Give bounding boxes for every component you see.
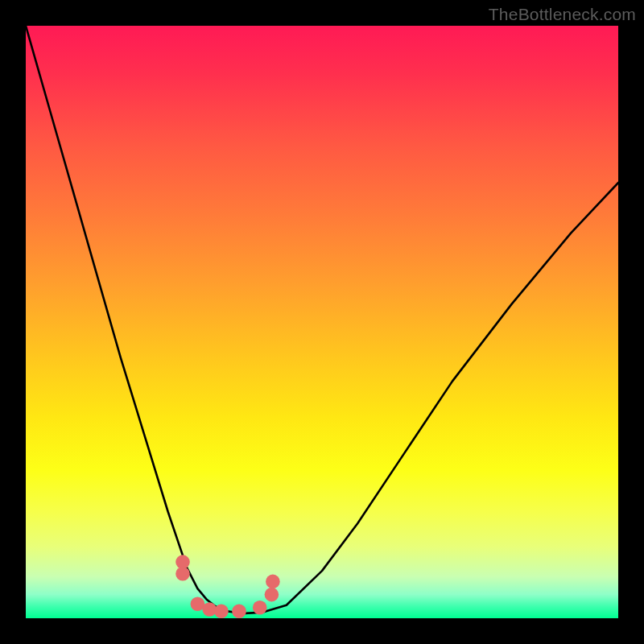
highlight-dot xyxy=(175,567,190,581)
highlight-dot xyxy=(266,575,280,589)
watermark-text: TheBottleneck.com xyxy=(489,5,636,24)
highlight-dot xyxy=(214,604,229,618)
highlight-dot xyxy=(202,602,217,617)
chart-frame: TheBottleneck.com xyxy=(0,0,644,644)
main-curve xyxy=(26,26,618,613)
plot-area xyxy=(26,26,618,618)
curve-layer xyxy=(26,26,618,618)
highlight-dot xyxy=(232,604,246,618)
highlight-dot xyxy=(253,601,267,615)
highlight-dots xyxy=(175,555,280,618)
highlight-dot xyxy=(265,588,279,602)
